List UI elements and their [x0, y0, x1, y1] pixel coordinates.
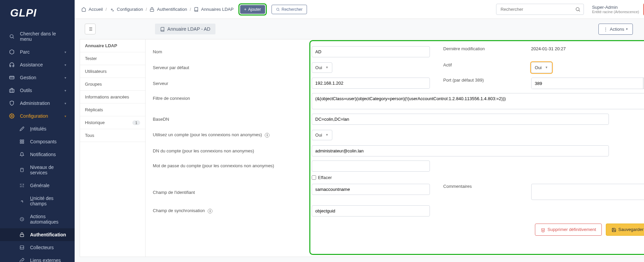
sidebar-sub-actions-auto[interactable]: Actions automatiques — [0, 210, 75, 228]
sidebar-sub-composants[interactable]: Composants — [0, 135, 75, 148]
shield-icon — [8, 100, 15, 106]
chevron-down-icon: ▾ — [65, 89, 66, 92]
headset-icon — [8, 62, 15, 67]
svg-line-24 — [579, 10, 580, 11]
svg-point-23 — [576, 7, 579, 10]
svg-rect-9 — [21, 168, 23, 172]
champ-id-input[interactable] — [312, 184, 430, 195]
breadcrumb-home[interactable]: Accueil — [89, 7, 103, 12]
dn-account-input[interactable] — [312, 145, 609, 156]
nav-label: Composants — [30, 139, 66, 144]
tab-infos-avancees[interactable]: Informations avancées — [80, 91, 145, 104]
effacer-checkbox[interactable] — [312, 175, 316, 180]
tab-tester[interactable]: Tester — [80, 52, 145, 65]
tab-annuaire[interactable]: Annuaire LDAP — [80, 39, 145, 52]
actif-select[interactable]: Oui ▼ — [531, 62, 552, 73]
bell-icon — [19, 152, 25, 157]
search-input[interactable] — [496, 4, 584, 15]
home-icon — [81, 7, 86, 12]
nav-label: Outils — [20, 88, 65, 93]
nav-label: Actions automatiques — [30, 214, 66, 225]
sidebar-search[interactable]: Chercher dans le menu — [0, 27, 75, 46]
user-entity: Entité racine (Arborescence) — [592, 10, 639, 14]
info-icon[interactable]: i — [208, 209, 212, 213]
use-account-select[interactable]: Oui ▼ — [312, 130, 332, 140]
save-icon — [612, 227, 616, 232]
sidebar-item-parc[interactable]: Parc ▾ — [0, 46, 75, 58]
sidebar-item-administration[interactable]: Administration ▾ — [0, 97, 75, 110]
nav-label: Intitulés — [30, 126, 66, 132]
port-input-wrap: ▲ ▼ — [531, 78, 644, 89]
delete-button[interactable]: Supprimer définitivement — [535, 224, 602, 236]
label-serveur: Serveur — [153, 81, 312, 86]
label-comments: Commentaires — [443, 184, 518, 189]
tab-groupes[interactable]: Groupes — [80, 78, 145, 91]
search-button-top[interactable]: Rechercher — [272, 5, 307, 14]
sidebar-sub-generale[interactable]: Générale — [0, 179, 75, 192]
add-label: Ajouter — [248, 7, 261, 12]
search-icon[interactable] — [575, 6, 581, 12]
auth-icon — [19, 232, 25, 237]
sidebar-item-assistance[interactable]: Assistance ▾ — [0, 58, 75, 71]
chevron-down-icon: ▼ — [326, 133, 329, 137]
breadcrumb-auth[interactable]: Authentification — [157, 7, 187, 12]
comments-input[interactable] — [531, 184, 644, 200]
serveur-input[interactable] — [312, 78, 430, 89]
tab-label: Groupes — [85, 82, 102, 87]
port-up-button[interactable]: ▲ — [643, 78, 644, 83]
champ-sync-input[interactable] — [312, 205, 430, 216]
port-down-button[interactable]: ▼ — [643, 83, 644, 89]
sidebar-sub-intitules[interactable]: Intitulés — [0, 122, 75, 135]
clipboard-icon — [19, 168, 25, 172]
list-toggle-button[interactable] — [85, 24, 96, 34]
sidebar-item-gestion[interactable]: Gestion ▾ — [0, 71, 75, 84]
nav-label: Liens externes — [30, 258, 66, 262]
chevron-down-icon: ▾ — [626, 27, 628, 31]
fingerprint-icon — [19, 199, 25, 203]
info-icon[interactable]: i — [265, 133, 269, 138]
tab-replicats[interactable]: Réplicats — [80, 104, 145, 116]
sidebar-item-configuration[interactable]: Configuration ▾ — [0, 110, 75, 122]
tab-utilisateurs[interactable]: Utilisateurs — [80, 65, 145, 78]
sidebar-sub-collecteurs[interactable]: Collecteurs — [0, 241, 75, 254]
actions-button[interactable]: ⋮ Actions ▾ — [598, 24, 633, 35]
svg-rect-2 — [9, 76, 14, 79]
chevron-down-icon: ▾ — [65, 101, 66, 105]
label-actif: Actif — [443, 62, 518, 67]
port-input[interactable] — [532, 78, 643, 89]
breadcrumb-ldap[interactable]: Annuaires LDAP — [201, 7, 234, 12]
svg-line-1 — [13, 37, 14, 38]
subheader: Annuaire LDAP - AD ⋮ Actions ▾ 1/1 — [75, 19, 644, 39]
auth-icon — [150, 7, 154, 12]
breadcrumb-config[interactable]: Configuration — [117, 7, 143, 12]
nav-label: Notifications — [30, 152, 66, 157]
tab-historique[interactable]: Historique1 — [80, 116, 145, 129]
nav-label: Collecteurs — [30, 245, 66, 250]
effacer-checkbox-row[interactable]: Effacer — [312, 175, 332, 180]
user-block[interactable]: Super-Admin Entité racine (Arborescence)… — [592, 3, 644, 16]
serveur-defaut-select[interactable]: Oui ▼ — [312, 62, 332, 73]
components-icon — [19, 139, 25, 144]
sidebar-sub-niveaux[interactable]: Niveaux de services — [0, 161, 75, 179]
sidebar-sub-authentification[interactable]: Authentification — [0, 228, 75, 241]
sidebar-sub-liens[interactable]: Liens externes — [0, 254, 75, 262]
label-lastmod: Dernière modification — [443, 46, 518, 51]
add-button[interactable]: + Ajouter — [240, 5, 265, 14]
value-lastmod: 2024-01-31 20:27 — [531, 46, 644, 51]
save-button[interactable]: Sauvegarder — [606, 224, 644, 236]
sidebar-sub-unicite[interactable]: Unicité des champs — [0, 192, 75, 210]
password-input[interactable] — [312, 161, 430, 172]
sidebar-item-outils[interactable]: Outils ▾ — [0, 84, 75, 97]
chevron-down-icon: ▾ — [65, 50, 66, 54]
nom-input[interactable] — [312, 46, 430, 57]
chevron-down-icon: ▼ — [326, 66, 329, 69]
filtre-input[interactable] — [312, 93, 644, 109]
sidebar-sub-notifications[interactable]: Notifications — [0, 148, 75, 161]
trash-icon — [541, 227, 545, 232]
tab-label: Annuaire LDAP — [85, 43, 117, 48]
label-basedn: BaseDN — [153, 117, 312, 122]
tab-tous[interactable]: Tous — [80, 129, 145, 142]
link-icon — [19, 258, 25, 262]
automation-icon — [19, 217, 25, 222]
basedn-input[interactable] — [312, 114, 609, 125]
